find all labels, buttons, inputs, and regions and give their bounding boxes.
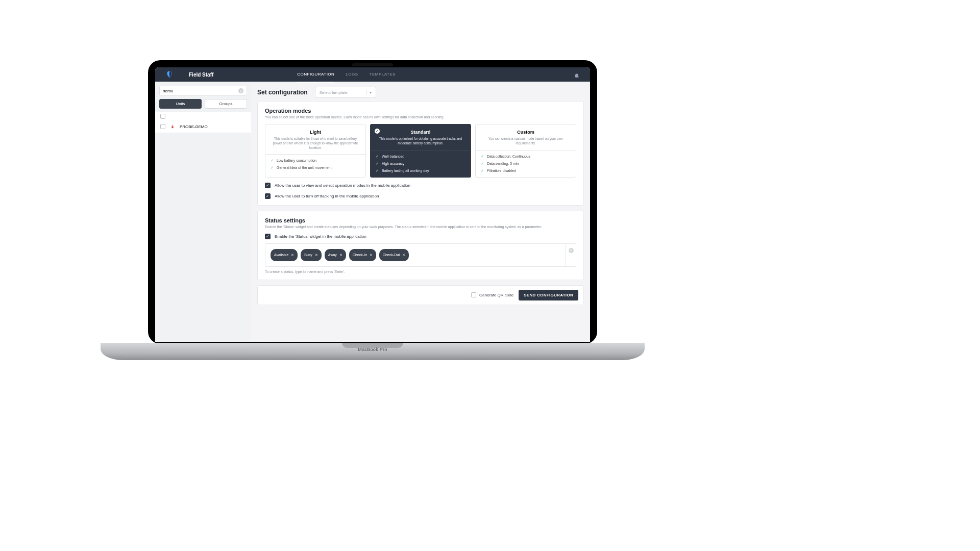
device-brand: MacBook Pro bbox=[101, 347, 645, 352]
remove-tag-icon[interactable]: ✕ bbox=[315, 253, 318, 257]
check-icon: ✓ bbox=[481, 162, 484, 166]
status-settings-title: Status settings bbox=[265, 217, 576, 223]
allow-turn-off-label: Allow the user to turn off tracking in t… bbox=[275, 194, 379, 198]
operation-modes-title: Operation modes bbox=[265, 108, 576, 114]
status-tag[interactable]: Check-Out✕ bbox=[379, 249, 409, 261]
generate-qr-checkbox[interactable] bbox=[471, 292, 476, 297]
enable-status-label: Enable the 'Status' widget in the mobile… bbox=[275, 234, 366, 239]
remove-tag-icon[interactable]: ✕ bbox=[291, 253, 294, 257]
mode-card-standard[interactable]: ✓ Standard This mode is optimized for ob… bbox=[370, 124, 471, 178]
status-hint: To create a status, type its name and pr… bbox=[265, 270, 576, 273]
chevron-down-icon: ▾ bbox=[366, 90, 372, 95]
app-screen: Field Staff CONFIGURATION LOGS TEMPLATES bbox=[155, 67, 590, 342]
unit-checkbox[interactable] bbox=[160, 124, 165, 129]
check-icon: ✓ bbox=[376, 155, 379, 159]
remove-tag-icon[interactable]: ✕ bbox=[339, 253, 342, 257]
camera-notch bbox=[352, 63, 393, 66]
check-icon: ✓ bbox=[376, 169, 379, 173]
mode-feature: Well-balanced bbox=[382, 155, 404, 158]
enable-status-row[interactable]: ✓ Enable the 'Status' widget in the mobi… bbox=[265, 234, 576, 239]
status-settings-panel: Status settings Enable the 'Status' widg… bbox=[257, 211, 584, 280]
mode-card-custom[interactable]: Custom You can create a custom mode base… bbox=[475, 124, 576, 178]
checkbox-checked-icon: ✓ bbox=[265, 193, 271, 199]
nav-tabs: CONFIGURATION LOGS TEMPLATES bbox=[297, 67, 396, 83]
mode-feature: High accuracy bbox=[382, 162, 404, 165]
check-icon: ✓ bbox=[376, 162, 379, 166]
segment-groups[interactable]: Groups bbox=[205, 99, 247, 109]
page-title: Set configuration bbox=[257, 89, 308, 96]
notifications-icon[interactable] bbox=[574, 71, 580, 78]
check-icon: ✓ bbox=[481, 169, 484, 173]
tab-logs[interactable]: LOGS bbox=[346, 67, 358, 83]
sidebar: × Units Groups bbox=[155, 82, 251, 342]
modes-row: Light This mode is suitable for those wh… bbox=[265, 124, 576, 178]
operation-modes-subtitle: You can select one of the three operatio… bbox=[265, 115, 576, 119]
mode-feature: Filtration: disabled bbox=[487, 169, 516, 172]
svg-point-0 bbox=[172, 124, 174, 126]
app-name: Field Staff bbox=[189, 72, 213, 78]
generate-qr-row[interactable]: Generate QR code bbox=[471, 292, 513, 297]
send-configuration-button[interactable]: SEND CONFIGURATION bbox=[519, 290, 578, 300]
tab-templates[interactable]: TEMPLATES bbox=[370, 67, 396, 83]
template-select-placeholder: Select template bbox=[320, 90, 348, 95]
search-input-wrap: × bbox=[159, 86, 247, 96]
allow-view-select-label: Allow the user to view and select operat… bbox=[275, 183, 410, 188]
laptop-base: MacBook Pro bbox=[101, 343, 645, 360]
mode-feature: Battery lasting all working day bbox=[382, 169, 429, 172]
mode-title: Custom bbox=[482, 130, 570, 135]
check-icon: ✓ bbox=[271, 166, 274, 170]
segment-control: Units Groups bbox=[155, 99, 251, 112]
unit-row[interactable]: PROBE-DEMO bbox=[155, 120, 251, 133]
mode-feature: Data collection: Continuous bbox=[487, 155, 530, 158]
clear-tags-icon[interactable]: × bbox=[569, 248, 574, 253]
selected-check-icon: ✓ bbox=[375, 129, 380, 134]
template-select[interactable]: Select template ▾ bbox=[315, 87, 376, 98]
status-tags-input[interactable]: Available✕ Busy✕ Away✕ Check-In✕ Check-O… bbox=[265, 243, 576, 267]
allow-view-select-row[interactable]: ✓ Allow the user to view and select oper… bbox=[265, 183, 576, 188]
checkbox-checked-icon: ✓ bbox=[265, 183, 271, 188]
tags-clear-rail: × bbox=[566, 244, 576, 266]
mode-feature: General idea of the unit movement bbox=[277, 166, 331, 169]
status-tag[interactable]: Busy✕ bbox=[301, 249, 322, 261]
mode-desc: This mode is suitable for those who want… bbox=[272, 137, 359, 150]
main: Set configuration Select template ▾ Oper… bbox=[251, 82, 590, 342]
generate-qr-label: Generate QR code bbox=[479, 293, 513, 297]
app-header: Field Staff CONFIGURATION LOGS TEMPLATES bbox=[155, 67, 590, 82]
check-icon: ✓ bbox=[481, 155, 484, 159]
unit-name: PROBE-DEMO bbox=[180, 124, 208, 129]
mode-feature: Data sending: 5 min bbox=[487, 162, 519, 165]
mode-title: Light bbox=[272, 130, 359, 135]
check-icon: ✓ bbox=[271, 159, 274, 163]
clear-search-icon[interactable]: × bbox=[238, 88, 243, 93]
svg-rect-1 bbox=[172, 126, 173, 128]
mode-feature: Low battery consumption bbox=[277, 159, 316, 162]
mode-desc: This mode is optimized for obtaining acc… bbox=[377, 137, 464, 146]
app-body: × Units Groups bbox=[155, 82, 590, 342]
person-icon bbox=[169, 122, 176, 131]
status-settings-subtitle: Enable the 'Status' widget and create st… bbox=[265, 225, 576, 229]
status-tag[interactable]: Available✕ bbox=[271, 249, 298, 261]
main-header: Set configuration Select template ▾ bbox=[251, 82, 590, 101]
remove-tag-icon[interactable]: ✕ bbox=[402, 253, 405, 257]
select-all-checkbox[interactable] bbox=[160, 114, 165, 119]
status-tag[interactable]: Away✕ bbox=[325, 249, 346, 261]
allow-turn-off-row[interactable]: ✓ Allow the user to turn off tracking in… bbox=[265, 193, 576, 199]
logo-icon bbox=[165, 70, 174, 79]
operation-modes-panel: Operation modes You can select one of th… bbox=[257, 101, 584, 206]
unit-list: PROBE-DEMO bbox=[155, 112, 251, 133]
tab-configuration[interactable]: CONFIGURATION bbox=[297, 67, 334, 83]
mode-title: Standard bbox=[377, 130, 464, 135]
mode-card-light[interactable]: Light This mode is suitable for those wh… bbox=[265, 124, 366, 178]
footer-bar: Generate QR code SEND CONFIGURATION bbox=[257, 285, 584, 305]
mode-desc: You can create a custom mode based on yo… bbox=[482, 137, 570, 146]
screen-bezel: Field Staff CONFIGURATION LOGS TEMPLATES bbox=[148, 60, 597, 344]
remove-tag-icon[interactable]: ✕ bbox=[370, 253, 373, 257]
search-input[interactable] bbox=[163, 89, 235, 93]
laptop-mockup: Field Staff CONFIGURATION LOGS TEMPLATES bbox=[148, 60, 597, 354]
segment-units[interactable]: Units bbox=[159, 99, 202, 109]
checkbox-checked-icon: ✓ bbox=[265, 234, 271, 239]
unit-list-header bbox=[155, 112, 251, 120]
status-tag[interactable]: Check-In✕ bbox=[349, 249, 376, 261]
